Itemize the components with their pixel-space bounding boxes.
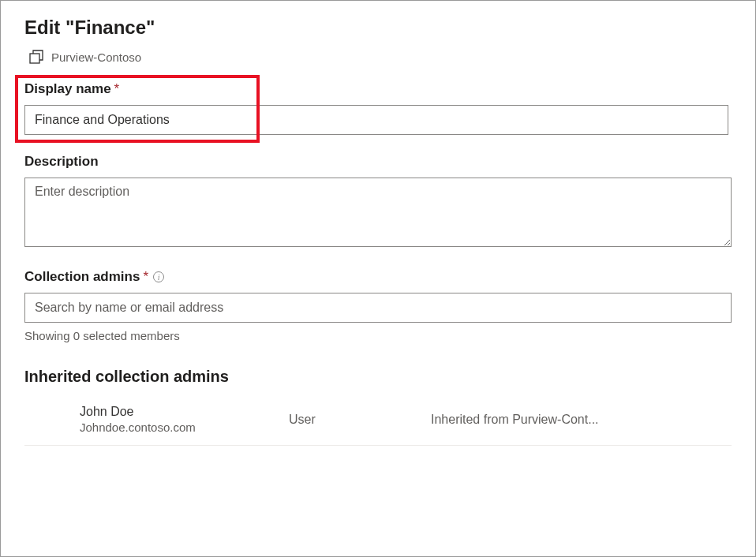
admin-name: John Doe — [80, 405, 289, 419]
admin-inherited-from: Inherited from Purview-Cont... — [431, 413, 732, 427]
info-icon[interactable]: i — [153, 271, 164, 282]
required-indicator: * — [114, 81, 120, 97]
required-indicator: * — [143, 269, 148, 285]
description-input[interactable] — [24, 178, 732, 247]
inherited-admins-heading: Inherited collection admins — [24, 368, 732, 386]
selected-members-count: Showing 0 selected members — [24, 329, 732, 342]
admin-email: Johndoe.contoso.com — [80, 421, 289, 434]
description-label: Description — [24, 154, 99, 170]
admin-type: User — [289, 413, 431, 427]
parent-collection-name: Purview-Contoso — [51, 50, 141, 64]
collection-admins-label: Collection admins — [24, 269, 140, 285]
page-title: Edit "Finance" — [24, 17, 732, 39]
collection-admins-field: Collection admins * i Showing 0 selected… — [24, 269, 732, 342]
display-name-label: Display name — [24, 81, 111, 97]
description-field: Description — [24, 154, 732, 250]
inherited-admin-row: John Doe Johndoe.contoso.com User Inheri… — [24, 400, 732, 446]
collection-icon — [29, 50, 43, 64]
display-name-input[interactable] — [24, 105, 728, 135]
parent-collection-breadcrumb: Purview-Contoso — [29, 50, 732, 64]
display-name-field: Display name * — [24, 81, 732, 135]
svg-rect-0 — [30, 54, 39, 63]
collection-admins-search-input[interactable] — [24, 293, 732, 323]
